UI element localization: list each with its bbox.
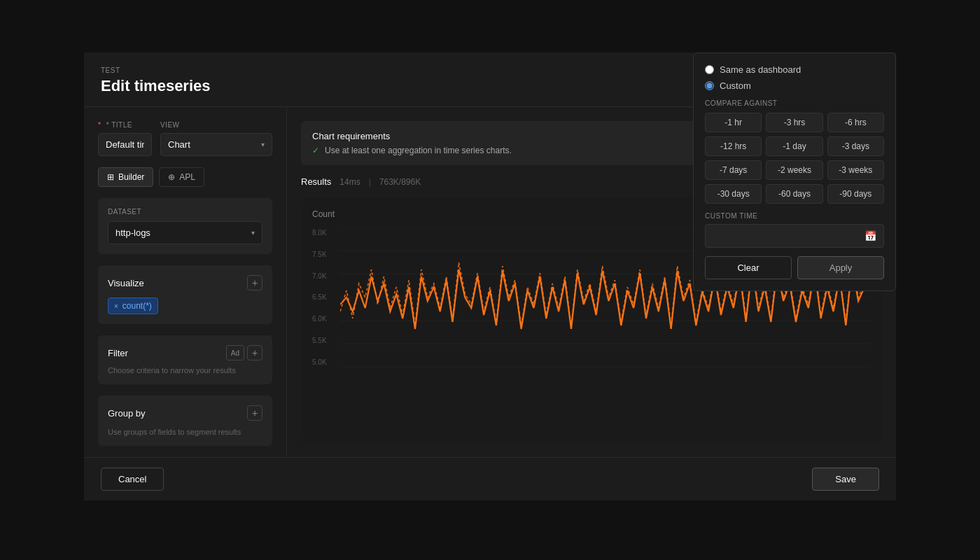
compare-buttons-grid: -1 hr -3 hrs -6 hrs -12 hrs -1 day -3 da…: [705, 113, 884, 204]
filter-header: Filter Ad +: [108, 345, 262, 360]
compare-btn-6hrs[interactable]: -6 hrs: [827, 113, 884, 132]
custom-row: Custom: [705, 80, 884, 91]
check-icon: ✓: [312, 146, 319, 155]
compare-btn-3days[interactable]: -3 days: [827, 136, 884, 156]
compare-btn-3hrs[interactable]: -3 hrs: [766, 113, 822, 132]
calendar-icon[interactable]: 📅: [864, 230, 876, 241]
cancel-button[interactable]: Cancel: [101, 468, 164, 491]
tag-close-icon[interactable]: ×: [114, 302, 118, 310]
group-by-header: Group by +: [108, 405, 262, 421]
compare-actions: Clear Apply: [705, 256, 884, 279]
compare-btn-1hr[interactable]: -1 hr: [705, 113, 762, 132]
filter-hint: Choose criteria to narrow your results: [108, 366, 262, 374]
compare-btn-12hrs[interactable]: -12 hrs: [705, 136, 762, 156]
compare-btn-90days[interactable]: -90 days: [827, 184, 884, 204]
compare-btn-1day[interactable]: -1 day: [766, 136, 822, 156]
compare-btn-7days[interactable]: -7 days: [705, 160, 762, 180]
group-by-section: Group by + Use groups of fields to segme…: [98, 396, 272, 446]
dataset-select[interactable]: http-logs ▾: [108, 221, 262, 244]
compare-btn-2weeks[interactable]: -2 weeks: [766, 160, 822, 180]
dataset-chevron-icon: ▾: [251, 229, 255, 237]
y-label-8k: 8.0K: [312, 229, 339, 237]
dataset-section: DATASET http-logs ▾: [98, 198, 272, 254]
results-label: Results: [301, 176, 331, 187]
title-form-group: * * TITLE: [98, 121, 152, 156]
apl-tab-label: APL: [179, 172, 195, 182]
title-input[interactable]: [98, 133, 152, 156]
left-panel: * * TITLE VIEW Chart ▾ ⊞ Builder: [84, 107, 287, 457]
custom-time-input-wrapper: 📅: [705, 224, 884, 248]
visualize-title: Visualize: [108, 278, 144, 288]
compare-btn-60days[interactable]: -60 days: [766, 184, 822, 204]
custom-radio[interactable]: [705, 81, 714, 90]
filter-title: Filter: [108, 348, 128, 358]
y-axis: 8.0K 7.5K 7.0K 6.5K 6.0K 5.5K 5.0K: [312, 227, 339, 368]
builder-icon: ⊞: [107, 172, 114, 182]
filter-ad-button[interactable]: Ad: [226, 345, 244, 360]
results-time: 14ms: [340, 177, 360, 187]
y-label-5k: 5.0K: [312, 358, 339, 366]
group-by-add-button[interactable]: +: [247, 405, 262, 421]
builder-tab[interactable]: ⊞ Builder: [98, 167, 153, 187]
filter-add-button[interactable]: +: [247, 345, 262, 360]
custom-label: Custom: [720, 80, 751, 91]
group-by-title: Group by: [108, 408, 145, 419]
view-select-value: Chart: [168, 139, 190, 150]
title-label: * * TITLE: [98, 121, 152, 129]
visualize-section-header: Visualize +: [108, 275, 262, 290]
same-as-dashboard-label: Same as dashboard: [720, 64, 801, 75]
compare-btn-30days[interactable]: -30 days: [705, 184, 762, 204]
view-select[interactable]: Chart ▾: [160, 133, 272, 156]
tag-label: count(*): [122, 301, 152, 311]
visualize-add-button[interactable]: +: [247, 275, 262, 290]
apl-tab[interactable]: ⊕ APL: [159, 167, 204, 187]
apl-icon: ⊕: [168, 172, 175, 182]
results-divider: |: [369, 177, 371, 187]
save-button[interactable]: Save: [812, 468, 879, 491]
visualize-tag: × count(*): [108, 298, 158, 314]
results-size: 763K/896K: [379, 177, 421, 187]
y-label-55k: 5.5K: [312, 337, 339, 344]
dataset-label: DATASET: [108, 208, 262, 216]
compare-btn-3weeks[interactable]: -3 weeks: [827, 160, 884, 180]
view-label: VIEW: [160, 121, 272, 129]
y-label-6k: 6.0K: [312, 315, 339, 323]
filter-section: Filter Ad + Choose criteria to narrow yo…: [98, 335, 272, 384]
group-by-hint: Use groups of fields to segment results: [108, 428, 262, 436]
view-form-group: VIEW Chart ▾: [160, 121, 272, 156]
clear-button[interactable]: Clear: [705, 256, 792, 279]
compare-against-label: COMPARE AGAINST: [705, 99, 884, 107]
filter-actions: Ad +: [226, 345, 262, 360]
y-label-7k: 7.0K: [312, 272, 339, 280]
same-as-dashboard-radio[interactable]: [705, 65, 714, 74]
y-label-75k: 7.5K: [312, 251, 339, 258]
title-view-row: * * TITLE VIEW Chart ▾: [98, 121, 272, 156]
same-as-dashboard-row: Same as dashboard: [705, 64, 884, 75]
editor-tab-row: ⊞ Builder ⊕ APL: [98, 167, 272, 187]
dataset-select-value: http-logs: [115, 227, 150, 238]
builder-tab-label: Builder: [118, 172, 144, 182]
view-chevron-icon: ▾: [261, 141, 265, 148]
visualize-section: Visualize + × count(*): [98, 265, 272, 324]
compare-panel: Same as dashboard Custom COMPARE AGAINST…: [693, 52, 896, 291]
y-label-65k: 6.5K: [312, 293, 339, 301]
apply-button[interactable]: Apply: [797, 256, 884, 279]
modal-footer: Cancel Save: [84, 457, 896, 500]
custom-time-label: CUSTOM TIME: [705, 212, 884, 220]
custom-time-input[interactable]: [713, 231, 864, 241]
